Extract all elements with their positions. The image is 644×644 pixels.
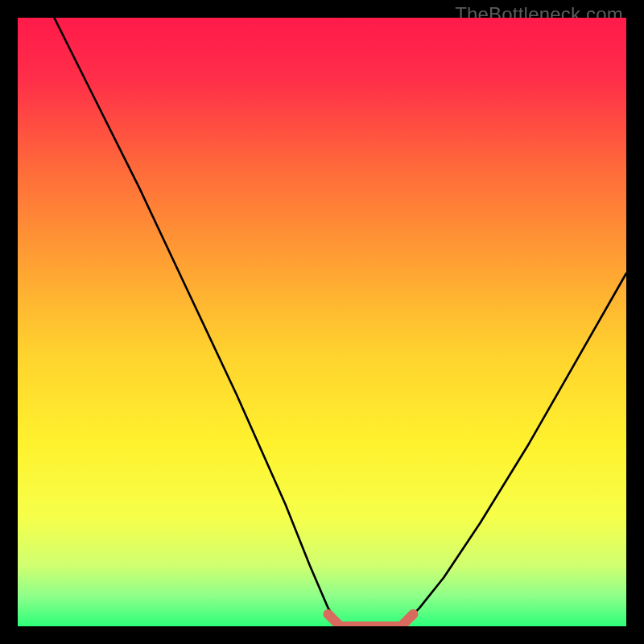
curve-layer <box>18 18 626 626</box>
plot-area <box>18 18 626 626</box>
highlight-bottom-marker <box>328 614 414 626</box>
chart-stage: TheBottleneck.com <box>0 0 644 644</box>
series-curve-right <box>401 274 626 626</box>
series-curve-left <box>54 18 340 626</box>
